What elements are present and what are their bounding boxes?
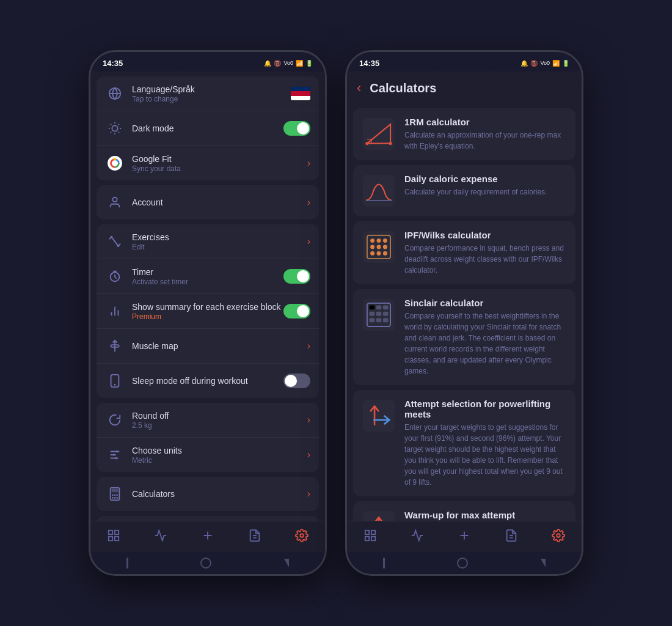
settings-item-exercises[interactable]: Exercises Edit ›	[97, 224, 319, 259]
attempt-text: Attempt selection for powerlifting meets…	[404, 399, 567, 488]
settings-item-timer[interactable]: Timer Activate set timer	[97, 259, 319, 294]
calc-item-sinclair[interactable]: Sinclair calculator Compare yourself to …	[353, 289, 575, 385]
svg-point-24	[114, 384, 116, 386]
calculators-arrow: ›	[307, 488, 310, 499]
svg-point-70	[370, 251, 374, 256]
nav-settings-1[interactable]	[288, 526, 316, 545]
sinclair-icon	[362, 298, 396, 332]
exercises-arrow: ›	[307, 236, 310, 247]
svg-rect-32	[112, 489, 119, 493]
caloric-icon	[362, 174, 396, 208]
sleep-text: Sleep mode off during workout	[132, 376, 283, 386]
nav-settings-2[interactable]	[544, 526, 572, 545]
gesture-recent-1	[284, 559, 289, 567]
settings-list: Language/Språk Tap to change	[90, 76, 325, 521]
svg-point-35	[116, 494, 118, 496]
calc-header-title: Calculators	[370, 81, 436, 95]
settings-item-musclemap[interactable]: Muscle map ›	[97, 329, 319, 364]
calc-item-caloric[interactable]: Daily caloric expense Calculate your dai…	[353, 165, 575, 216]
account-title: Account	[132, 197, 307, 207]
svg-point-71	[377, 251, 381, 256]
settings-item-darkmode[interactable]: Dark mode	[97, 111, 319, 146]
attempt-desc: Enter your target weights to get suggest…	[404, 422, 567, 488]
settings-section-premium: Premium Valid through: 2101-11-22 14:46 …	[97, 516, 319, 521]
nav-progress-1[interactable]	[147, 526, 175, 545]
settings-item-roundoff[interactable]: Round off 2.5 kg ›	[97, 403, 319, 438]
roundoff-title: Round off	[132, 411, 307, 421]
svg-rect-82	[376, 318, 382, 322]
settings-item-premium[interactable]: Premium Valid through: 2101-11-22 14:46 …	[97, 516, 319, 521]
exercises-text: Exercises Edit	[132, 232, 307, 251]
settings-item-account[interactable]: Account ›	[97, 185, 319, 219]
calc-item-warmup[interactable]: Warm-up for max attempt Get suggestions …	[353, 501, 575, 521]
nav-add-2[interactable]	[450, 526, 478, 545]
musclemap-icon	[105, 336, 125, 356]
calc-item-ipf[interactable]: IPF/Wilks calculator Compare performance…	[353, 221, 575, 284]
timer-icon	[105, 267, 125, 286]
svg-point-36	[112, 497, 114, 499]
calc-list: 1RM calculator Calculate an approximatio…	[347, 105, 582, 521]
summary-toggle[interactable]	[283, 304, 310, 319]
svg-point-65	[377, 238, 381, 243]
nav-dashboard-1[interactable]	[100, 526, 128, 545]
svg-point-34	[114, 494, 116, 496]
settings-item-units[interactable]: Choose units Metric ›	[97, 438, 319, 472]
timer-title: Timer	[132, 267, 283, 277]
svg-rect-47	[109, 531, 112, 534]
calc-item-1rm[interactable]: 1RM calculator Calculate an approximatio…	[353, 108, 575, 160]
svg-point-33	[112, 494, 114, 496]
calculators-text: Calculators	[132, 489, 307, 499]
sleep-toggle[interactable]	[283, 374, 310, 388]
svg-rect-92	[365, 537, 369, 540]
svg-rect-49	[109, 537, 112, 540]
roundoff-icon	[105, 410, 125, 430]
googlefit-text: Google Fit Sync your data	[132, 154, 307, 173]
language-subtitle: Tap to change	[132, 95, 291, 103]
settings-item-language[interactable]: Language/Språk Tap to change	[97, 76, 319, 111]
googlefit-title: Google Fit	[132, 154, 307, 164]
svg-rect-84	[363, 400, 395, 432]
gesture-home-1	[200, 558, 211, 569]
settings-item-summary[interactable]: Show summary for each exercise block Pre…	[97, 294, 319, 329]
summary-text: Show summary for each exercise block Pre…	[132, 302, 283, 321]
roundoff-subtitle: 2.5 kg	[132, 421, 307, 430]
svg-rect-75	[369, 305, 374, 309]
sinclair-title: Sinclair calculator	[404, 298, 567, 308]
darkmode-toggle[interactable]	[283, 121, 310, 136]
settings-item-calculators[interactable]: Calculators ›	[97, 477, 319, 511]
settings-item-googlefit[interactable]: Google Fit Sync your data ›	[97, 146, 319, 180]
gesture-back-2	[383, 558, 385, 569]
nav-add-1[interactable]	[194, 526, 222, 545]
svg-point-98	[557, 534, 560, 537]
nav-log-2[interactable]	[497, 526, 525, 545]
darkmode-title: Dark mode	[132, 123, 283, 133]
settings-section-units: Round off 2.5 kg ›	[97, 403, 319, 472]
svg-point-69	[383, 245, 387, 249]
svg-rect-90	[365, 531, 369, 534]
calculators-title: Calculators	[132, 489, 307, 499]
svg-point-2	[112, 125, 117, 131]
sinclair-text: Sinclair calculator Compare yourself to …	[404, 298, 567, 377]
units-title: Choose units	[132, 446, 307, 455]
gesture-home-2	[457, 558, 468, 569]
gesture-recent-2	[541, 559, 546, 567]
roundoff-text: Round off 2.5 kg	[132, 411, 307, 430]
timer-toggle[interactable]	[283, 269, 310, 284]
darkmode-text: Dark mode	[132, 123, 283, 133]
svg-line-10	[119, 124, 119, 125]
nav-progress-2[interactable]	[403, 526, 431, 545]
phone-calculators: 14:35 🔔 📵 Vo0 📶 🔋 ‹ Calculators	[345, 50, 583, 576]
nav-dashboard-2[interactable]	[356, 526, 384, 545]
account-arrow: ›	[307, 197, 310, 208]
calc-item-attempt[interactable]: Attempt selection for powerlifting meets…	[353, 390, 575, 496]
back-button[interactable]: ‹	[357, 80, 361, 96]
musclemap-text: Muscle map	[132, 341, 307, 351]
language-text: Language/Språk Tap to change	[132, 84, 291, 103]
svg-rect-93	[371, 537, 375, 540]
status-icons-1: 🔔 📵 Vo0 📶 🔋	[264, 60, 313, 67]
timer-subtitle: Activate set timer	[132, 278, 283, 286]
nav-log-1[interactable]	[241, 526, 269, 545]
settings-item-sleep[interactable]: Sleep mode off during workout	[97, 364, 319, 398]
ipf-title: IPF/Wilks calculator	[404, 230, 567, 240]
ipf-text: IPF/Wilks calculator Compare performance…	[404, 230, 567, 276]
